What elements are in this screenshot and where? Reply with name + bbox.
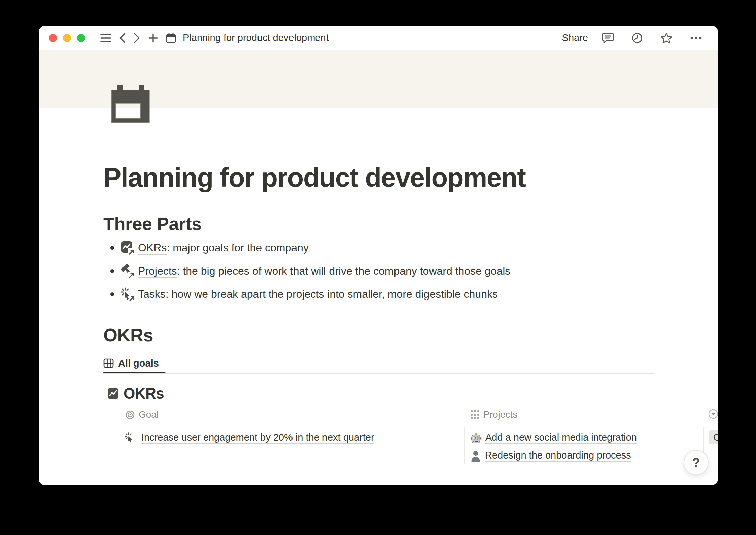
three-parts-list: OKRs: major goals for the company Projec… <box>103 236 510 306</box>
history-button[interactable] <box>631 32 643 44</box>
bullet-text: Projects: the big pieces of work that wi… <box>138 265 510 277</box>
column-header-goal[interactable]: Goal <box>126 409 159 421</box>
chevron-right-icon <box>133 32 141 44</box>
database-title[interactable]: OKRs <box>108 385 164 402</box>
cursor-click-icon <box>125 432 137 444</box>
plus-icon <box>148 33 158 43</box>
column-header-projects[interactable]: Projects <box>471 409 517 421</box>
titlebar-actions: Share <box>562 32 706 44</box>
help-button[interactable]: ? <box>684 450 709 475</box>
titlebar: Planning for product development Share <box>39 26 718 50</box>
share-button[interactable]: Share <box>562 32 588 43</box>
zoom-window-button[interactable] <box>77 34 85 42</box>
comment-bubble-icon <box>602 32 614 44</box>
goal-cell: Increase user engagement by 20% in the n… <box>125 432 374 444</box>
tab-label: All goals <box>118 358 159 369</box>
status-pill-partial[interactable]: O <box>709 430 718 444</box>
traffic-lights <box>49 34 85 42</box>
bullet-rest: : the big pieces of work that will drive… <box>177 265 511 277</box>
project-cell-item: Add a new social media integration <box>471 432 637 444</box>
person-silhouette-emoji <box>471 450 481 462</box>
tab-strip-divider <box>103 373 654 374</box>
table-column-divider <box>464 427 465 464</box>
clock-icon <box>631 32 643 44</box>
minimize-window-button[interactable] <box>63 34 71 42</box>
table-row-divider <box>103 464 718 464</box>
more-options-button[interactable] <box>690 36 702 40</box>
hammer-page-icon <box>121 264 135 278</box>
bullet-dot <box>110 246 114 250</box>
relation-grid-icon <box>471 410 479 419</box>
bullet-dot <box>110 292 114 296</box>
target-icon <box>126 410 135 419</box>
list-item: Projects: the big pieces of work that wi… <box>103 259 510 283</box>
page-title: Planning for product development <box>103 162 525 193</box>
bullet-rest: : how we break apart the projects into s… <box>166 288 498 300</box>
forward-button[interactable] <box>133 32 141 44</box>
database-title-text: OKRs <box>124 385 164 402</box>
hamburger-menu-icon <box>100 34 111 42</box>
bullet-text: OKRs: major goals for the company <box>138 242 309 254</box>
project-page-link[interactable]: Add a new social media integration <box>485 432 637 444</box>
new-tab-button[interactable] <box>148 33 158 43</box>
list-item: Tasks: how we break apart the projects i… <box>103 283 510 306</box>
page-link-tasks[interactable]: Tasks <box>138 288 166 301</box>
favorite-button[interactable] <box>660 32 673 44</box>
chart-increasing-page-icon <box>121 241 135 255</box>
list-item: OKRs: major goals for the company <box>103 236 510 259</box>
chevron-left-icon <box>118 32 126 44</box>
project-cell-item: Redesign the onboarding process <box>471 450 631 462</box>
notion-window: Planning for product development Share <box>39 26 718 485</box>
close-window-button[interactable] <box>49 34 57 42</box>
robot-emoji <box>471 433 481 444</box>
back-button[interactable] <box>118 32 126 44</box>
sidebar-menu-button[interactable] <box>100 34 111 42</box>
bullet-dot <box>110 269 114 273</box>
column-label: Projects <box>483 409 517 420</box>
breadcrumb-page-icon <box>166 33 176 43</box>
section-heading-okrs: OKRs <box>103 324 153 345</box>
bullet-text: Tasks: how we break apart the projects i… <box>138 288 498 301</box>
chart-increasing-icon <box>108 388 118 399</box>
cursor-click-page-icon <box>121 287 135 302</box>
page-link-projects[interactable]: Projects <box>138 265 177 278</box>
star-icon <box>660 32 673 44</box>
project-page-link[interactable]: Redesign the onboarding process <box>485 450 631 462</box>
goal-page-link[interactable]: Increase user engagement by 20% in the n… <box>141 432 374 444</box>
breadcrumb-title[interactable]: Planning for product development <box>183 32 329 43</box>
column-label: Goal <box>139 409 159 420</box>
section-heading-three-parts: Three Parts <box>103 213 202 234</box>
page-calendar-icon[interactable] <box>111 85 150 123</box>
table-view-icon <box>103 358 114 368</box>
tab-all-goals[interactable]: All goals <box>103 355 159 372</box>
column-sort-toggle[interactable] <box>708 409 718 419</box>
table-row-divider <box>103 427 718 427</box>
page-link-okrs[interactable]: OKRs <box>138 242 167 255</box>
comments-button[interactable] <box>602 32 614 44</box>
ellipsis-icon <box>690 36 702 40</box>
bullet-rest: : major goals for the company <box>167 242 309 254</box>
